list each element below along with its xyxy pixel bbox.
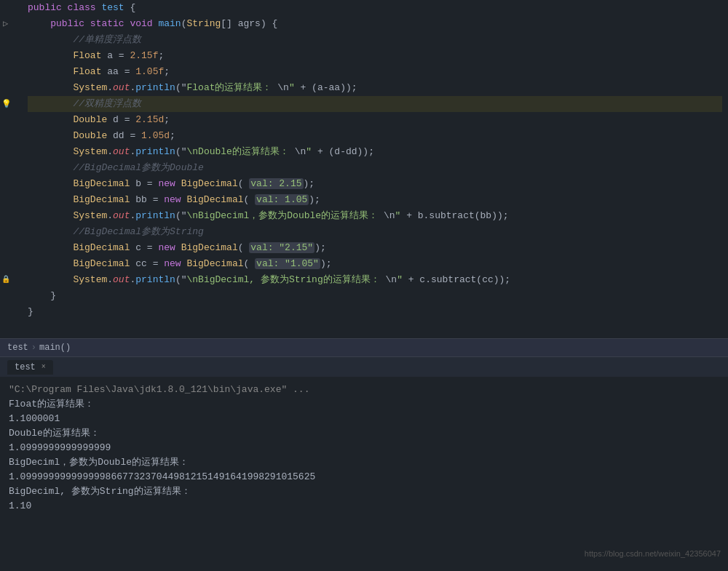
token-var: { <box>124 2 136 13</box>
token-var: ; <box>164 66 170 77</box>
token-var: bb = <box>130 194 164 205</box>
token-type: BigDecimal <box>181 242 238 253</box>
token-str: \nBigDeciml, 参数为String的运算结果： <box>186 274 379 285</box>
console-java-path: "C:\Program Files\Java\jdk1.8.0_121\bin\… <box>9 383 719 397</box>
console-output-line: Float的运算结果： <box>9 397 719 412</box>
token-kw: public class <box>28 2 96 13</box>
token-method: println <box>135 210 175 221</box>
token-var: dd = <box>107 130 141 141</box>
token-var: a = <box>101 50 130 61</box>
token-comment: //单精度浮点数 <box>73 34 141 45</box>
token-static-out: out <box>113 82 130 93</box>
token-type: BigDecimal <box>181 178 238 189</box>
token-var: ); <box>320 258 332 269</box>
token-var: + (a-aa)); <box>295 82 357 93</box>
token-num: 2.15d <box>135 114 164 125</box>
console-output-line: BigDeciml，参数为Double的运算结果： <box>9 455 719 470</box>
token-method: println <box>135 274 175 285</box>
token-var: ); <box>314 242 326 253</box>
breadcrumb-sep: › <box>31 343 36 353</box>
code-line: public class test { <box>28 0 722 16</box>
token-static-out: out <box>113 210 130 221</box>
code-line: BigDecimal cc = new BigDecimal( val: "1.… <box>28 256 722 272</box>
watermark: https://blog.csdn.net/weixin_42356047 <box>585 549 721 558</box>
token-var: ; <box>170 130 175 141</box>
code-line: BigDecimal bb = new BigDecimal( val: 1.0… <box>28 192 722 208</box>
token-var: (" <box>175 274 187 285</box>
token-str: \nDouble的运算结果： <box>186 146 288 157</box>
token-num: 1.05d <box>141 130 170 141</box>
console-output-line: 1.10 <box>9 499 719 514</box>
token-str: Float的运算结果： <box>186 82 272 93</box>
token-type: Float <box>73 50 101 61</box>
bottom-section: test × "C:\Program Files\Java\jdk1.8.0_1… <box>0 356 728 565</box>
token-method: main <box>158 18 181 29</box>
token-var <box>175 242 181 253</box>
token-var: \n <box>380 274 397 285</box>
console-tab-label: test <box>15 362 36 372</box>
bulb-icon: 💡 <box>1 96 12 112</box>
token-var: + c.subtract(cc)); <box>403 274 510 285</box>
token-num: 2.15f <box>130 50 158 61</box>
token-var: ); <box>304 178 315 189</box>
console-tab[interactable]: test × <box>7 360 53 375</box>
token-var: (" <box>175 82 187 93</box>
token-type: BigDecimal <box>186 258 243 269</box>
token-var: + b.subtract(bb)); <box>400 210 508 221</box>
token-var: [] agrs) { <box>221 18 277 29</box>
breadcrumb-item-1: test <box>7 343 28 353</box>
val-highlight: val: "1.05" <box>255 258 320 269</box>
token-var: ( <box>181 18 187 29</box>
val-highlight: val: 1.05 <box>255 194 309 205</box>
console-area: "C:\Program Files\Java\jdk1.8.0_121\bin\… <box>0 377 728 565</box>
token-var: ); <box>309 194 320 205</box>
breadcrumb: test › main() <box>7 343 71 353</box>
token-type: System <box>73 274 107 285</box>
token-type: BigDecimal <box>73 178 130 189</box>
token-type: String <box>187 18 221 29</box>
code-lines: public class test { public static void m… <box>22 0 728 338</box>
token-var: ; <box>158 50 164 61</box>
token-var: } <box>50 290 56 301</box>
token-kw: new <box>158 178 175 189</box>
token-var: ( <box>243 194 255 205</box>
token-method: println <box>135 82 175 93</box>
code-container: ▷💡🔒 public class test { public static vo… <box>0 0 728 338</box>
token-var: ( <box>238 242 250 253</box>
token-type: System <box>73 210 107 221</box>
code-line: System.out.println("Float的运算结果： \n" + (a… <box>28 80 722 96</box>
token-var: . <box>107 82 113 93</box>
token-var: \n <box>378 210 395 221</box>
code-line: System.out.println("\nBigDeciml，参数为Doubl… <box>28 208 722 224</box>
token-method: println <box>135 146 175 157</box>
code-line: Double d = 2.15d; <box>28 112 722 128</box>
status-bar: test › main() <box>0 338 728 356</box>
code-line: } <box>28 304 722 320</box>
code-line: Float aa = 1.05f; <box>28 64 722 80</box>
token-var: (" <box>175 210 187 221</box>
console-output-line: 1.09999999999999986677323704498121514916… <box>9 470 719 484</box>
arrow-icon: ▷ <box>3 16 8 32</box>
token-var <box>175 178 181 189</box>
token-var: . <box>107 146 113 157</box>
token-comment: //BigDecimal参数为String <box>73 226 203 237</box>
token-kw: new <box>158 242 175 253</box>
code-line: //单精度浮点数 <box>28 32 722 48</box>
code-line: //BigDecimal参数为Double <box>28 160 722 176</box>
token-str: " <box>306 146 312 157</box>
token-var: cc = <box>130 258 164 269</box>
code-line: Float a = 2.15f; <box>28 48 722 64</box>
token-var: aa = <box>101 66 135 77</box>
token-var: (" <box>175 146 187 157</box>
token-var: b = <box>130 178 158 189</box>
code-line: BigDecimal b = new BigDecimal( val: 2.15… <box>28 176 722 192</box>
token-kw: public static void <box>50 18 152 29</box>
console-tab-close[interactable]: × <box>41 363 46 371</box>
token-type: BigDecimal <box>73 242 130 253</box>
token-var: } <box>28 306 33 317</box>
code-line: //BigDecimal参数为String <box>28 224 722 240</box>
token-type: Double <box>73 130 107 141</box>
editor-area: ▷💡🔒 public class test { public static vo… <box>0 0 728 338</box>
token-str: " <box>397 274 403 285</box>
token-var: \n <box>272 82 289 93</box>
